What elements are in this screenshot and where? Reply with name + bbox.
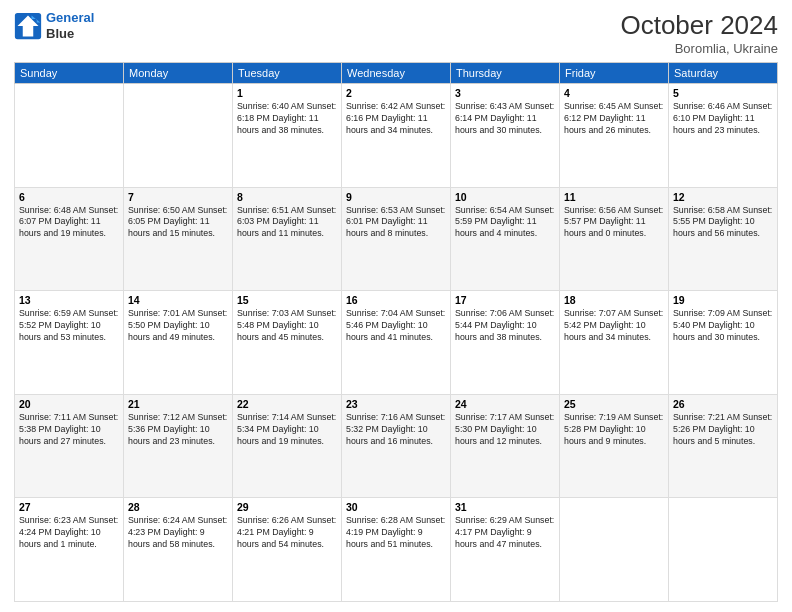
day-number: 21 — [128, 398, 228, 410]
day-info: Sunrise: 7:06 AM Sunset: 5:44 PM Dayligh… — [455, 308, 555, 344]
day-info: Sunrise: 6:48 AM Sunset: 6:07 PM Dayligh… — [19, 205, 119, 241]
day-number: 17 — [455, 294, 555, 306]
day-info: Sunrise: 7:16 AM Sunset: 5:32 PM Dayligh… — [346, 412, 446, 448]
calendar-cell: 11Sunrise: 6:56 AM Sunset: 5:57 PM Dayli… — [560, 187, 669, 291]
day-number: 1 — [237, 87, 337, 99]
calendar-cell: 8Sunrise: 6:51 AM Sunset: 6:03 PM Daylig… — [233, 187, 342, 291]
logo-line1: General — [46, 10, 94, 25]
day-number: 28 — [128, 501, 228, 513]
day-number: 14 — [128, 294, 228, 306]
day-info: Sunrise: 6:51 AM Sunset: 6:03 PM Dayligh… — [237, 205, 337, 241]
day-info: Sunrise: 7:07 AM Sunset: 5:42 PM Dayligh… — [564, 308, 664, 344]
day-info: Sunrise: 6:58 AM Sunset: 5:55 PM Dayligh… — [673, 205, 773, 241]
day-info: Sunrise: 6:29 AM Sunset: 4:17 PM Dayligh… — [455, 515, 555, 551]
day-info: Sunrise: 7:21 AM Sunset: 5:26 PM Dayligh… — [673, 412, 773, 448]
day-info: Sunrise: 7:19 AM Sunset: 5:28 PM Dayligh… — [564, 412, 664, 448]
week-row-4: 20Sunrise: 7:11 AM Sunset: 5:38 PM Dayli… — [15, 394, 778, 498]
day-number: 27 — [19, 501, 119, 513]
calendar-cell: 3Sunrise: 6:43 AM Sunset: 6:14 PM Daylig… — [451, 84, 560, 188]
calendar-cell — [124, 84, 233, 188]
day-info: Sunrise: 6:59 AM Sunset: 5:52 PM Dayligh… — [19, 308, 119, 344]
day-info: Sunrise: 6:50 AM Sunset: 6:05 PM Dayligh… — [128, 205, 228, 241]
day-info: Sunrise: 7:03 AM Sunset: 5:48 PM Dayligh… — [237, 308, 337, 344]
page: General Blue October 2024 Boromlia, Ukra… — [0, 0, 792, 612]
title-block: October 2024 Boromlia, Ukraine — [620, 10, 778, 56]
day-info: Sunrise: 6:28 AM Sunset: 4:19 PM Dayligh… — [346, 515, 446, 551]
calendar-cell: 16Sunrise: 7:04 AM Sunset: 5:46 PM Dayli… — [342, 291, 451, 395]
day-info: Sunrise: 6:56 AM Sunset: 5:57 PM Dayligh… — [564, 205, 664, 241]
calendar-table: SundayMondayTuesdayWednesdayThursdayFrid… — [14, 62, 778, 602]
day-number: 20 — [19, 398, 119, 410]
day-number: 12 — [673, 191, 773, 203]
day-number: 9 — [346, 191, 446, 203]
day-number: 6 — [19, 191, 119, 203]
day-info: Sunrise: 6:46 AM Sunset: 6:10 PM Dayligh… — [673, 101, 773, 137]
calendar-cell: 12Sunrise: 6:58 AM Sunset: 5:55 PM Dayli… — [669, 187, 778, 291]
day-number: 30 — [346, 501, 446, 513]
day-number: 2 — [346, 87, 446, 99]
col-header-saturday: Saturday — [669, 63, 778, 84]
day-number: 25 — [564, 398, 664, 410]
day-info: Sunrise: 6:45 AM Sunset: 6:12 PM Dayligh… — [564, 101, 664, 137]
logo-icon — [14, 12, 42, 40]
col-header-tuesday: Tuesday — [233, 63, 342, 84]
day-number: 11 — [564, 191, 664, 203]
col-header-sunday: Sunday — [15, 63, 124, 84]
day-number: 23 — [346, 398, 446, 410]
day-info: Sunrise: 6:26 AM Sunset: 4:21 PM Dayligh… — [237, 515, 337, 551]
calendar-cell: 20Sunrise: 7:11 AM Sunset: 5:38 PM Dayli… — [15, 394, 124, 498]
day-info: Sunrise: 6:42 AM Sunset: 6:16 PM Dayligh… — [346, 101, 446, 137]
col-header-thursday: Thursday — [451, 63, 560, 84]
day-number: 4 — [564, 87, 664, 99]
calendar-cell: 15Sunrise: 7:03 AM Sunset: 5:48 PM Dayli… — [233, 291, 342, 395]
day-number: 13 — [19, 294, 119, 306]
logo: General Blue — [14, 10, 94, 41]
calendar-cell: 10Sunrise: 6:54 AM Sunset: 5:59 PM Dayli… — [451, 187, 560, 291]
location-subtitle: Boromlia, Ukraine — [620, 41, 778, 56]
logo-text: General Blue — [46, 10, 94, 41]
logo-line2: Blue — [46, 26, 94, 42]
calendar-cell: 9Sunrise: 6:53 AM Sunset: 6:01 PM Daylig… — [342, 187, 451, 291]
calendar-cell — [15, 84, 124, 188]
calendar-cell: 19Sunrise: 7:09 AM Sunset: 5:40 PM Dayli… — [669, 291, 778, 395]
calendar-cell: 31Sunrise: 6:29 AM Sunset: 4:17 PM Dayli… — [451, 498, 560, 602]
day-number: 5 — [673, 87, 773, 99]
calendar-cell: 7Sunrise: 6:50 AM Sunset: 6:05 PM Daylig… — [124, 187, 233, 291]
day-number: 31 — [455, 501, 555, 513]
calendar-cell: 22Sunrise: 7:14 AM Sunset: 5:34 PM Dayli… — [233, 394, 342, 498]
col-header-friday: Friday — [560, 63, 669, 84]
calendar-cell: 6Sunrise: 6:48 AM Sunset: 6:07 PM Daylig… — [15, 187, 124, 291]
week-row-1: 1Sunrise: 6:40 AM Sunset: 6:18 PM Daylig… — [15, 84, 778, 188]
month-title: October 2024 — [620, 10, 778, 41]
calendar-cell: 18Sunrise: 7:07 AM Sunset: 5:42 PM Dayli… — [560, 291, 669, 395]
day-info: Sunrise: 7:04 AM Sunset: 5:46 PM Dayligh… — [346, 308, 446, 344]
week-row-5: 27Sunrise: 6:23 AM Sunset: 4:24 PM Dayli… — [15, 498, 778, 602]
day-number: 8 — [237, 191, 337, 203]
calendar-cell: 25Sunrise: 7:19 AM Sunset: 5:28 PM Dayli… — [560, 394, 669, 498]
header-row: SundayMondayTuesdayWednesdayThursdayFrid… — [15, 63, 778, 84]
calendar-cell: 5Sunrise: 6:46 AM Sunset: 6:10 PM Daylig… — [669, 84, 778, 188]
calendar-cell: 26Sunrise: 7:21 AM Sunset: 5:26 PM Dayli… — [669, 394, 778, 498]
day-number: 22 — [237, 398, 337, 410]
header: General Blue October 2024 Boromlia, Ukra… — [14, 10, 778, 56]
day-number: 16 — [346, 294, 446, 306]
calendar-cell: 17Sunrise: 7:06 AM Sunset: 5:44 PM Dayli… — [451, 291, 560, 395]
day-info: Sunrise: 7:11 AM Sunset: 5:38 PM Dayligh… — [19, 412, 119, 448]
day-info: Sunrise: 7:17 AM Sunset: 5:30 PM Dayligh… — [455, 412, 555, 448]
calendar-cell: 29Sunrise: 6:26 AM Sunset: 4:21 PM Dayli… — [233, 498, 342, 602]
calendar-cell: 28Sunrise: 6:24 AM Sunset: 4:23 PM Dayli… — [124, 498, 233, 602]
calendar-cell: 24Sunrise: 7:17 AM Sunset: 5:30 PM Dayli… — [451, 394, 560, 498]
calendar-cell: 14Sunrise: 7:01 AM Sunset: 5:50 PM Dayli… — [124, 291, 233, 395]
day-info: Sunrise: 6:24 AM Sunset: 4:23 PM Dayligh… — [128, 515, 228, 551]
day-info: Sunrise: 6:54 AM Sunset: 5:59 PM Dayligh… — [455, 205, 555, 241]
calendar-cell: 27Sunrise: 6:23 AM Sunset: 4:24 PM Dayli… — [15, 498, 124, 602]
calendar-cell: 23Sunrise: 7:16 AM Sunset: 5:32 PM Dayli… — [342, 394, 451, 498]
day-number: 24 — [455, 398, 555, 410]
day-number: 26 — [673, 398, 773, 410]
col-header-monday: Monday — [124, 63, 233, 84]
calendar-cell — [669, 498, 778, 602]
week-row-2: 6Sunrise: 6:48 AM Sunset: 6:07 PM Daylig… — [15, 187, 778, 291]
calendar-cell: 2Sunrise: 6:42 AM Sunset: 6:16 PM Daylig… — [342, 84, 451, 188]
day-info: Sunrise: 6:53 AM Sunset: 6:01 PM Dayligh… — [346, 205, 446, 241]
day-info: Sunrise: 6:23 AM Sunset: 4:24 PM Dayligh… — [19, 515, 119, 551]
